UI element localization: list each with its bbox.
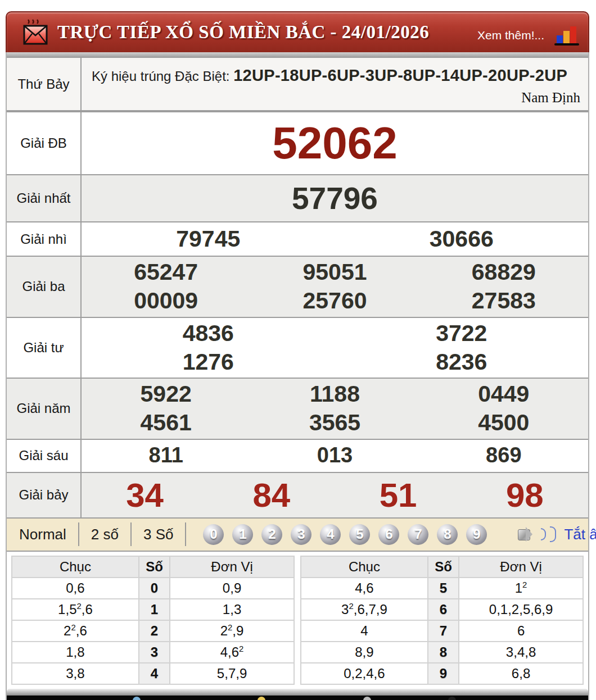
mode-button-3-số[interactable]: 3 Số <box>132 522 187 546</box>
bar-chart-icon[interactable] <box>554 23 579 46</box>
summary-row-digit-9: 0,2,4,696,8 <box>301 663 583 684</box>
units-cell: 4,62 <box>170 642 294 663</box>
draw-info-row: Thứ Bảy Ký hiệu trúng Đặc Biệt: 12UP-18U… <box>7 57 588 111</box>
tens-cell: 0,6 <box>12 578 139 599</box>
mute-button[interactable]: Tắt âm <box>518 526 596 543</box>
tens-cell: 1,8 <box>12 642 139 663</box>
prize-number: 4500 <box>419 408 588 437</box>
prize-line: 000092576027583 <box>82 287 588 315</box>
tens-cell: 4 <box>301 620 428 642</box>
page-title: TRỰC TIẾP XỔ SỐ MIỀN BẮC - 24/01/2026 <box>57 22 429 43</box>
prize-number: 84 <box>208 474 335 516</box>
prize-number: 013 <box>250 442 419 469</box>
summary-row-digit-1: 1,52,611,3 <box>12 599 294 620</box>
prize-line: 456135654500 <box>82 408 588 437</box>
footer-bar <box>7 696 588 700</box>
units-cell: 12 <box>459 578 583 599</box>
tens-cell: 8,9 <box>301 642 428 663</box>
prize-label: Giải nhất <box>7 175 82 221</box>
digit-ball-3[interactable]: 3 <box>291 524 311 545</box>
digit-ball-7[interactable]: 7 <box>408 524 428 545</box>
digit-ball-6[interactable]: 6 <box>378 524 399 545</box>
prize-number: 98 <box>462 474 588 516</box>
prize-row-nhat: Giải nhất57796 <box>7 175 588 222</box>
digit-ball-2[interactable]: 2 <box>261 524 282 545</box>
prize-number: 68829 <box>419 258 588 287</box>
prize-row-nhi: Giải nhì7974530666 <box>7 222 588 257</box>
prize-number: 65247 <box>82 258 250 287</box>
summary-table-1: ChụcSốĐơn Vị0,600,91,52,611,322,6222,91,… <box>11 556 295 685</box>
prize-row-tu: Giải tư4836372212768236 <box>7 318 588 379</box>
prize-number: 79745 <box>82 225 335 253</box>
digit-cell: 6 <box>428 599 459 620</box>
prize-label: Giải nhì <box>7 222 82 256</box>
digit-cell: 2 <box>139 620 170 642</box>
prize-row-nam: Giải năm592211880449456135654500 <box>7 379 588 440</box>
digit-cell: 3 <box>139 642 170 663</box>
tens-cell: 4,6 <box>301 578 428 599</box>
summary-table-2: ChụcSốĐơn Vị4,651232,6,7,960,1,2,5,6,947… <box>300 556 584 685</box>
digit-ball-1[interactable]: 1 <box>232 524 253 545</box>
units-cell: 6,8 <box>459 663 583 684</box>
prize-row-db: Giải ĐB52062 <box>7 111 588 175</box>
prize-line: 811013869 <box>82 442 588 469</box>
prize-number: 51 <box>335 474 462 516</box>
mute-label: Tắt âm <box>564 526 596 543</box>
prize-number: 1188 <box>250 380 419 408</box>
summary-row-digit-6: 32,6,7,960,1,2,5,6,9 <box>301 599 583 620</box>
prize-row-sau: Giải sáu811013869 <box>7 440 588 473</box>
units-header: Đơn Vị <box>170 556 294 578</box>
prize-label: Giải sáu <box>7 440 82 472</box>
digit-ball-9[interactable]: 9 <box>466 524 487 545</box>
digit-ball-4[interactable]: 4 <box>320 524 341 545</box>
prize-number: 30666 <box>335 225 589 253</box>
digit-cell: 1 <box>139 599 170 620</box>
prize-number: 811 <box>82 442 250 469</box>
prize-number: 34 <box>82 474 208 516</box>
summary-row-digit-3: 1,834,62 <box>12 642 294 663</box>
prize-line: 48363722 <box>82 319 588 348</box>
prize-number: 00009 <box>82 287 250 315</box>
mode-button-normal[interactable]: Normal <box>7 522 79 546</box>
digit-cell: 4 <box>139 663 170 684</box>
divider-strip <box>7 52 588 57</box>
prize-number: 1276 <box>82 348 335 376</box>
prize-number: 95051 <box>250 258 419 287</box>
digit-ball-8[interactable]: 8 <box>437 524 458 545</box>
prize-number: 25760 <box>250 287 419 315</box>
sound-wave-icon <box>550 526 556 542</box>
prize-number: 869 <box>419 442 588 469</box>
digit-ball-5[interactable]: 5 <box>349 524 370 545</box>
footer-strip <box>7 689 588 696</box>
tens-cell: 32,6,7,9 <box>301 599 428 620</box>
units-cell: 3,4,8 <box>459 642 583 663</box>
prize-values: 57796 <box>82 175 588 221</box>
digit-ball-0[interactable]: 0 <box>203 524 224 545</box>
mode-button-2-số[interactable]: 2 số <box>79 522 132 546</box>
prize-label: Giải ba <box>7 257 82 317</box>
prize-label: Giải ĐB <box>7 112 82 174</box>
summary-header-row: ChụcSốĐơn Vị <box>301 556 583 578</box>
symbol-codes: 12UP-18UP-6UP-3UP-8UP-14UP-20UP-2UP <box>233 66 567 84</box>
units-cell: 0,1,2,5,6,9 <box>459 599 583 620</box>
prize-line: 592211880449 <box>82 380 588 408</box>
summary-header-row: ChụcSốĐơn Vị <box>12 556 294 578</box>
prize-number: 8236 <box>335 348 589 376</box>
sound-wave-icon <box>541 528 546 540</box>
digit-summary: ChụcSốĐơn Vị0,600,91,52,611,322,6222,91,… <box>7 552 588 685</box>
province-name: Nam Định <box>521 88 580 108</box>
prize-row-bay: Giải bảy34845198 <box>7 473 588 519</box>
units-cell: 0,9 <box>170 578 294 599</box>
toolbar: Normal2 số3 Số 0123456789 Tắt âm <box>7 519 588 552</box>
prize-values: 7974530666 <box>82 222 588 256</box>
units-cell: 22,9 <box>170 620 294 642</box>
prize-line: 52062 <box>82 114 588 172</box>
tens-header: Chục <box>12 556 139 578</box>
tens-cell: 0,2,4,6 <box>301 663 428 684</box>
symbol-prefix: Ký hiệu trúng Đặc Biệt: <box>92 69 229 84</box>
prize-number: 4836 <box>82 319 335 348</box>
digit-cell: 0 <box>139 578 170 599</box>
see-more-link[interactable]: Xem thêm!... <box>477 29 544 42</box>
digit-cell: 8 <box>428 642 459 663</box>
prize-number: 5922 <box>82 380 250 408</box>
